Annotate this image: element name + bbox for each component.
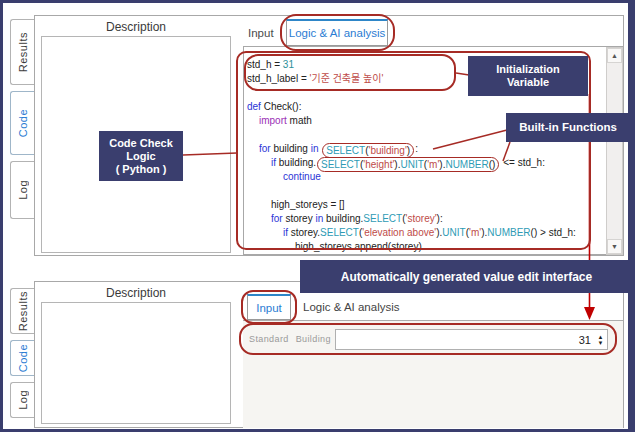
- bottom-sidebar-tab-code[interactable]: Code: [10, 340, 34, 376]
- input-tab-oval: [241, 290, 297, 324]
- callout-built-in-functions: Built-in Functions: [506, 113, 630, 142]
- callout-text: Initialization: [496, 63, 560, 76]
- callout-text: ( Python ): [116, 163, 167, 176]
- arrow-down-icon: ▼: [611, 243, 618, 250]
- callout-text: Variable: [507, 76, 549, 89]
- callout-initialization-variable: Initialization Variable: [468, 56, 588, 96]
- callout-code-check-logic: Code Check Logic ( Python ): [99, 131, 183, 181]
- tab-label: Log: [17, 390, 29, 410]
- tab-label: Code: [17, 109, 29, 137]
- scroll-up-button[interactable]: ▲: [607, 48, 622, 63]
- top-tab-input[interactable]: Input: [248, 27, 274, 39]
- bottom-tab-logic-ai-analysis[interactable]: Logic & AI analysis: [303, 301, 400, 313]
- top-sidebar-tab-log[interactable]: Log: [10, 161, 34, 219]
- callout-text: Code Check: [109, 137, 173, 150]
- tab-label: Log: [17, 180, 29, 200]
- canvas-right-border: [628, 3, 632, 429]
- analysis-tab-oval: [280, 14, 395, 51]
- scroll-down-button[interactable]: ▼: [607, 239, 622, 254]
- top-description-label: Description: [41, 20, 231, 34]
- banner-auto-generated: Automatically generated value edit inter…: [300, 260, 633, 293]
- bottom-description-label: Description: [41, 286, 231, 300]
- bottom-description-box[interactable]: [41, 302, 231, 424]
- tab-label: Code: [17, 344, 29, 372]
- bottom-sidebar-tab-results[interactable]: Results: [10, 288, 34, 334]
- top-sidebar-tab-code[interactable]: Code: [10, 91, 34, 155]
- screenshot-canvas: Results Code Log Description Input Logic…: [0, 0, 635, 432]
- value-edit-oval: [239, 323, 617, 355]
- tab-label: Results: [17, 291, 29, 331]
- banner-text: Automatically generated value edit inter…: [341, 270, 592, 284]
- top-sidebar-tab-results[interactable]: Results: [10, 19, 34, 85]
- code-scrollbar[interactable]: ▲ ▼: [606, 47, 623, 255]
- callout-text: Logic: [126, 150, 155, 163]
- bottom-sidebar-tab-log[interactable]: Log: [10, 382, 34, 418]
- arrow-up-icon: ▲: [611, 52, 618, 59]
- callout-text: Built-in Functions: [519, 121, 617, 134]
- tab-label: Results: [17, 32, 29, 72]
